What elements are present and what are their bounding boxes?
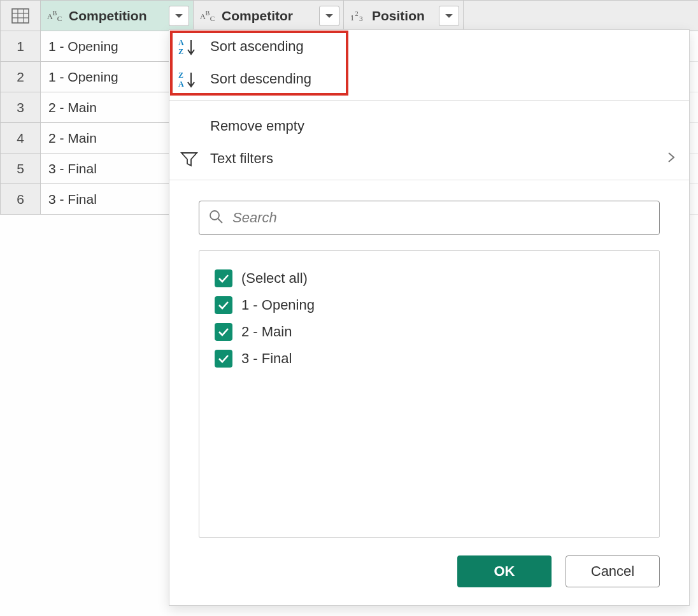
menu-separator <box>169 180 689 180</box>
filter-value-label: (Select all) <box>241 270 308 287</box>
menu-sort-descending[interactable]: Z A Sort descending <box>169 62 689 95</box>
ok-button[interactable]: OK <box>457 555 552 587</box>
menu-label: Sort descending <box>210 71 311 87</box>
chevron-down-icon <box>445 13 453 19</box>
column-header-row: A B C Competition A B C Competitor <box>1 1 698 31</box>
checkbox-checked-icon[interactable] <box>215 296 232 314</box>
menu-label: Sort ascending <box>210 38 304 55</box>
search-section <box>169 189 689 235</box>
search-input[interactable] <box>231 209 650 227</box>
sort-descending-icon: Z A <box>178 69 200 89</box>
chevron-down-icon <box>325 13 334 19</box>
chevron-right-icon <box>667 150 675 167</box>
select-all-row[interactable]: (Select all) <box>215 265 644 292</box>
filter-value-label: 2 - Main <box>241 324 292 340</box>
row-number: 6 <box>1 184 41 215</box>
filter-icon <box>178 149 200 168</box>
number-type-icon: 1 2 3 <box>350 8 368 24</box>
grid-corner[interactable] <box>1 1 41 31</box>
sort-ascending-icon: A Z <box>178 37 200 56</box>
filter-value-label: 3 - Final <box>241 350 292 367</box>
svg-text:3: 3 <box>359 15 363 22</box>
filter-value-row[interactable]: 2 - Main <box>215 319 644 345</box>
svg-text:2: 2 <box>355 10 358 17</box>
filter-dropdown-button[interactable] <box>319 6 339 26</box>
svg-text:Z: Z <box>178 47 183 55</box>
svg-text:C: C <box>210 15 215 22</box>
svg-text:1: 1 <box>350 13 354 22</box>
dialog-buttons: OK Cancel <box>169 538 689 605</box>
header-spacer <box>464 1 698 31</box>
svg-line-21 <box>218 218 222 223</box>
column-header-position[interactable]: 1 2 3 Position <box>344 1 464 31</box>
column-name: Position <box>372 8 425 24</box>
row-number: 1 <box>1 31 41 62</box>
column-name: Competition <box>69 8 146 24</box>
checkbox-checked-icon[interactable] <box>215 323 232 341</box>
svg-text:A: A <box>178 80 184 88</box>
filter-value-label: 1 - Opening <box>241 297 315 313</box>
menu-text-filters[interactable]: Text filters <box>169 142 689 175</box>
filter-dropdown-button[interactable] <box>439 6 459 26</box>
text-type-icon: A B C <box>200 8 218 24</box>
row-number: 3 <box>1 92 41 123</box>
svg-text:C: C <box>57 15 62 22</box>
svg-text:Z: Z <box>178 71 183 80</box>
checkbox-checked-icon[interactable] <box>215 350 232 368</box>
filter-values-list: (Select all) 1 - Opening 2 - Main 3 - Fi… <box>199 250 660 538</box>
menu-sort-ascending[interactable]: A Z Sort ascending <box>169 30 689 62</box>
menu-separator <box>169 100 689 101</box>
filter-value-row[interactable]: 3 - Final <box>215 345 644 372</box>
column-header-competition[interactable]: A B C Competition <box>41 1 194 31</box>
checkbox-checked-icon[interactable] <box>215 269 232 287</box>
cancel-button[interactable]: Cancel <box>566 555 660 587</box>
svg-text:B: B <box>52 10 57 17</box>
row-number: 5 <box>1 154 41 184</box>
chevron-down-icon <box>174 13 183 19</box>
filter-dropdown-panel: A Z Sort ascending Z A Sort descending R… <box>169 29 690 606</box>
svg-rect-0 <box>12 9 29 23</box>
menu-label: Remove empty <box>210 118 304 134</box>
svg-text:A: A <box>178 38 184 47</box>
search-box[interactable] <box>199 201 660 235</box>
search-icon <box>208 209 224 227</box>
row-number: 2 <box>1 62 41 92</box>
table-icon <box>11 8 29 24</box>
svg-text:B: B <box>205 10 210 17</box>
menu-remove-empty[interactable]: Remove empty <box>169 110 689 142</box>
column-name: Competitor <box>222 8 293 24</box>
filter-value-row[interactable]: 1 - Opening <box>215 292 644 319</box>
column-header-competitor[interactable]: A B C Competitor <box>194 1 344 31</box>
text-type-icon: A B C <box>47 8 65 24</box>
row-number: 4 <box>1 123 41 154</box>
menu-label: Text filters <box>210 150 273 167</box>
filter-dropdown-button[interactable] <box>169 6 189 26</box>
svg-point-20 <box>210 211 219 220</box>
